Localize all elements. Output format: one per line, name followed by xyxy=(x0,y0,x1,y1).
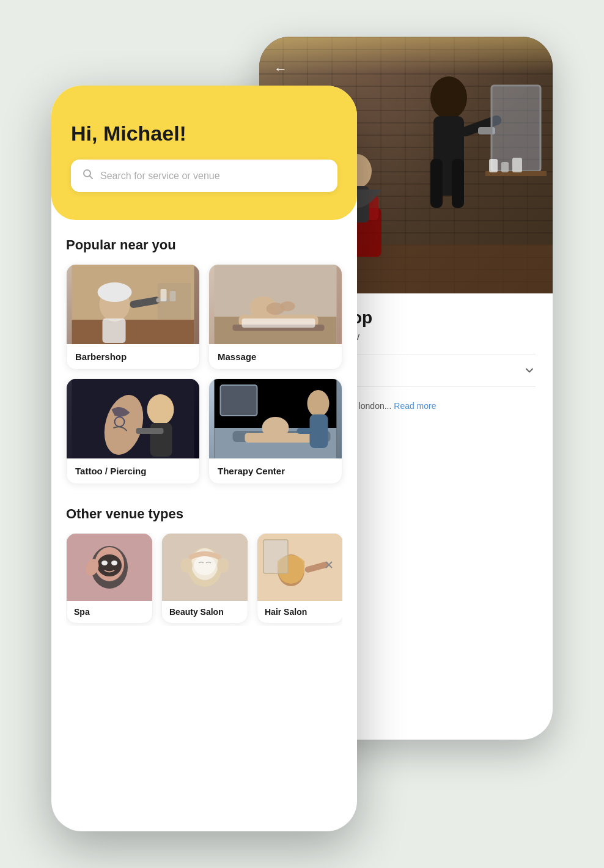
app-body: Popular near you xyxy=(51,220,357,643)
beauty-thumb xyxy=(162,534,248,601)
massage-thumb xyxy=(209,265,342,344)
svg-point-54 xyxy=(97,554,122,576)
read-more-link[interactable]: Read more xyxy=(394,401,436,411)
search-placeholder-text: Search for service or venue xyxy=(100,171,220,182)
svg-rect-50 xyxy=(221,385,257,416)
service-card-barbershop[interactable]: Barbershop xyxy=(66,264,200,370)
svg-point-62 xyxy=(180,558,193,573)
tattoo-thumb xyxy=(67,379,199,458)
therapy-label: Therapy Center xyxy=(209,458,342,484)
svg-point-56 xyxy=(111,561,117,565)
svg-rect-18 xyxy=(72,320,194,344)
hair-label: Hair Salon xyxy=(257,601,342,623)
svg-rect-5 xyxy=(430,159,443,208)
venue-card-beauty[interactable]: Beauty Salon xyxy=(161,533,248,623)
barbershop-label: Barbershop xyxy=(67,344,199,369)
svg-rect-14 xyxy=(501,162,509,172)
service-card-therapy[interactable]: Therapy Center xyxy=(208,378,342,484)
svg-rect-15 xyxy=(512,158,522,172)
greeting-text: Hi, Michael! xyxy=(71,122,337,145)
chevron-down-icon[interactable] xyxy=(523,364,536,377)
svg-point-61 xyxy=(194,556,216,575)
venue-card-hair[interactable]: Hair Salon xyxy=(257,533,342,623)
spa-card-image xyxy=(67,534,152,601)
scene: ← Barbershop London, SW13 6RW 9am - 6pm … xyxy=(51,37,553,831)
venue-card-spa[interactable]: Spa xyxy=(66,533,153,623)
svg-point-3 xyxy=(430,76,467,119)
barbershop-thumb xyxy=(67,265,199,344)
svg-rect-46 xyxy=(245,433,312,443)
barbershop-card-image xyxy=(67,265,199,344)
svg-rect-13 xyxy=(489,159,498,172)
svg-rect-20 xyxy=(103,318,126,343)
therapy-thumb xyxy=(209,379,342,458)
beauty-label: Beauty Salon xyxy=(162,601,248,623)
svg-rect-26 xyxy=(170,291,176,301)
search-bar[interactable]: Search for service or venue xyxy=(71,160,337,192)
svg-rect-40 xyxy=(136,428,164,434)
back-arrow[interactable]: ← xyxy=(274,61,287,77)
therapy-card-image xyxy=(209,379,342,458)
svg-point-21 xyxy=(98,282,132,302)
svg-rect-34 xyxy=(242,318,315,328)
hair-card-image xyxy=(257,534,342,601)
spa-thumb xyxy=(67,534,152,601)
tattoo-label: Tattoo / Piercing xyxy=(67,458,199,484)
popular-grid: Barbershop xyxy=(66,264,342,484)
service-card-tattoo[interactable]: Tattoo / Piercing xyxy=(66,378,200,484)
hair-thumb xyxy=(257,534,342,601)
massage-label: Massage xyxy=(209,344,342,369)
app-header: Hi, Michael! Search for service or venue xyxy=(51,86,357,220)
service-card-massage[interactable]: Massage xyxy=(208,264,342,370)
massage-card-image xyxy=(209,265,342,344)
svg-rect-49 xyxy=(297,428,322,434)
svg-point-55 xyxy=(101,561,108,565)
beauty-card-image xyxy=(162,534,248,601)
spa-label: Spa xyxy=(67,601,152,623)
search-icon xyxy=(82,168,94,183)
svg-point-33 xyxy=(281,301,295,311)
svg-point-47 xyxy=(308,390,330,417)
phone-front: Hi, Michael! Search for service or venue… xyxy=(51,86,357,831)
popular-section-title: Popular near you xyxy=(66,237,342,253)
other-section-title: Other venue types xyxy=(66,506,342,522)
svg-rect-67 xyxy=(263,540,288,573)
svg-point-63 xyxy=(217,558,229,573)
venue-row: Spa xyxy=(66,533,342,626)
tattoo-card-image xyxy=(67,379,199,458)
svg-rect-25 xyxy=(161,289,167,301)
svg-rect-6 xyxy=(452,159,464,208)
svg-point-38 xyxy=(147,394,174,425)
